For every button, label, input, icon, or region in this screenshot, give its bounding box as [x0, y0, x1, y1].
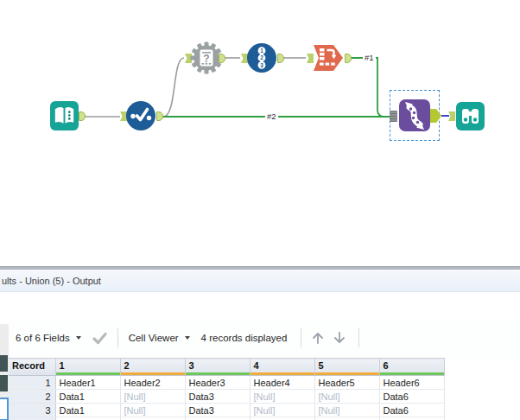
table-row: 3 Data1 [Null] Data3 [Null] [Null] Data6 [9, 404, 444, 417]
table-row: 4 Data1 [Null] Data3 [Null] [Null] Data6 [9, 417, 444, 420]
results-view-button-active[interactable] [0, 398, 9, 420]
table-cell[interactable]: Data3 [185, 417, 250, 420]
dropdown-caret-icon[interactable] [185, 336, 190, 340]
column-header[interactable]: 3 [185, 359, 250, 376]
column-header[interactable]: 2 [120, 359, 185, 376]
check-tool[interactable] [126, 101, 155, 130]
results-panel-body: 6 of 6 Fields Cell Viewer 4 records disp… [0, 292, 520, 420]
table-cell[interactable]: [Null] [250, 404, 314, 417]
table-cell[interactable]: [Null] [314, 404, 379, 417]
svg-text:?: ? [203, 53, 209, 65]
table-row: 1 Header1 Header2 Header3 Header4 Header… [9, 376, 444, 390]
record-number-cell[interactable]: 3 [9, 404, 55, 417]
text-input-tool[interactable] [50, 101, 79, 130]
connection-label-1: #1 [363, 53, 376, 62]
transpose-tool[interactable] [311, 41, 346, 75]
table-header-row: Record 1 2 3 4 5 6 [9, 359, 444, 376]
table-cell[interactable]: Data6 [379, 404, 444, 417]
alteryx-window: #1 #2 [0, 0, 520, 420]
table-cell[interactable]: [Null] [250, 390, 314, 404]
record-number-cell[interactable]: 4 [9, 417, 55, 420]
table-cell[interactable]: Data6 [379, 417, 444, 420]
table-cell[interactable]: Data3 [185, 390, 250, 404]
column-header[interactable]: 4 [250, 359, 314, 376]
results-view-button[interactable] [0, 355, 8, 372]
connection-label-2: #2 [265, 111, 278, 121]
table-cell[interactable]: Data1 [55, 417, 120, 420]
cell-viewer-dropdown[interactable]: Cell Viewer [129, 333, 179, 343]
up-arrow-icon[interactable] [311, 331, 325, 345]
record-number-cell[interactable]: 1 [9, 376, 55, 390]
union-tool[interactable] [399, 99, 430, 131]
data-quality-bar [121, 372, 185, 375]
workflow-canvas[interactable]: #1 #2 [0, 0, 520, 266]
zipper-dna-icon [399, 119, 430, 134]
connection-transpose-union[interactable] [352, 58, 390, 117]
column-header[interactable]: 1 [55, 359, 120, 376]
results-panel: ults - Union (5) - Output 6 of 6 Fields … [0, 266, 520, 420]
dots-check-icon [126, 118, 155, 133]
table-cell[interactable]: Header4 [250, 376, 314, 390]
table-cell[interactable]: [Null] [120, 404, 185, 417]
data-quality-bar [56, 372, 120, 375]
toolbar-separator [117, 328, 118, 347]
record-number-cell[interactable]: 2 [9, 390, 55, 404]
down-arrow-icon[interactable] [333, 331, 346, 345]
toolbar-separator [358, 328, 359, 347]
fields-dropdown[interactable]: 6 of 6 Fields [16, 333, 70, 343]
data-quality-bar [380, 372, 444, 375]
table-cell[interactable]: Header1 [55, 376, 120, 390]
column-header[interactable]: 6 [379, 359, 444, 376]
table-cell[interactable]: Header6 [379, 376, 444, 390]
connection-wires [0, 0, 520, 266]
results-left-toolbar [0, 324, 9, 420]
table-cell[interactable]: Data6 [379, 390, 444, 404]
records-displayed-status: 4 records displayed [201, 333, 288, 343]
table-cell[interactable]: [Null] [250, 417, 314, 420]
data-quality-bar [186, 372, 250, 375]
numbered-tool[interactable]: 1 2 3 [247, 43, 276, 73]
svg-text:3: 3 [260, 62, 263, 68]
data-quality-bar [315, 372, 379, 375]
results-toolbar: 6 of 6 Fields Cell Viewer 4 records disp… [9, 318, 520, 358]
table-cell[interactable]: [Null] [314, 390, 379, 404]
table-cell[interactable]: Data1 [55, 404, 120, 417]
data-quality-bar [250, 372, 314, 375]
dropdown-caret-icon[interactable] [76, 336, 81, 340]
connection-check-macro[interactable] [163, 58, 184, 117]
table-cell[interactable]: Header3 [185, 376, 250, 390]
results-panel-title: ults - Union (5) - Output [0, 270, 520, 292]
table-cell[interactable]: [Null] [120, 390, 185, 404]
browse-tool[interactable] [456, 102, 485, 130]
table-row: 2 Data1 [Null] Data3 [Null] [Null] Data6 [9, 390, 444, 404]
svg-text:2: 2 [260, 54, 263, 60]
table-cell[interactable]: Data1 [55, 390, 120, 404]
union-multi-input-anchor[interactable] [390, 111, 397, 122]
table-cell[interactable]: Header2 [120, 376, 185, 390]
table-cell[interactable]: Header5 [314, 376, 379, 390]
column-header-record[interactable]: Record [9, 359, 55, 376]
results-view-button[interactable] [0, 375, 8, 391]
apply-check-icon[interactable] [92, 332, 107, 345]
results-table: Record 1 2 3 4 5 6 1 Header1 Header2 Hea… [9, 358, 445, 420]
svg-text:1: 1 [260, 48, 263, 54]
open-book-icon [50, 118, 79, 133]
column-header[interactable]: 5 [314, 359, 379, 376]
table-cell[interactable]: [Null] [120, 417, 185, 420]
binoculars-icon [456, 118, 485, 133]
list-rotate-arrow-icon [311, 63, 346, 78]
toolbar-separator [301, 328, 301, 347]
numbered-circles-123-icon: 1 2 3 [247, 60, 276, 75]
table-cell[interactable]: Data3 [185, 404, 250, 417]
table-cell[interactable]: [Null] [314, 417, 379, 420]
gear-question-icon: ? [190, 62, 223, 77]
